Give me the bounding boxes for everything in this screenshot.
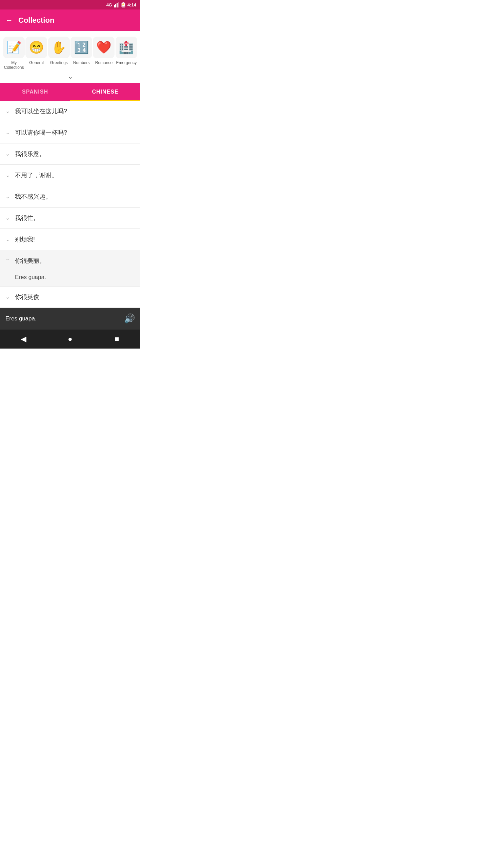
phrase-chevron: ⌄ (4, 294, 11, 300)
battery-icon: ⚡ (121, 2, 126, 7)
category-item-my-collections[interactable]: 📝 My Collections (3, 37, 25, 70)
phrase-row[interactable]: ⌄ 别烦我! (0, 229, 140, 250)
phrase-row[interactable]: ⌄ 不用了，谢谢。 (0, 165, 140, 186)
svg-rect-3 (118, 2, 119, 7)
playback-bar: Eres guapa. 🔊 (0, 308, 140, 330)
navigation-bar: ◀ ● ■ (0, 330, 140, 349)
phrase-text: 你很美丽。 (15, 257, 136, 265)
tab-spanish[interactable]: SPANISH (0, 83, 70, 101)
category-label-numbers: Numbers (73, 60, 90, 65)
phrase-chevron: ⌄ (4, 129, 11, 136)
phrase-chevron: ⌄ (4, 172, 11, 178)
category-item-greetings[interactable]: ✋ Greetings (48, 37, 70, 70)
category-icon-general: 😁 (25, 37, 47, 58)
signal-indicator: 4G (106, 2, 112, 7)
phrase-text: 你很英俊 (15, 293, 136, 301)
phrase-text: 可以请你喝一杯吗? (15, 129, 136, 137)
page-title: Collection (18, 16, 54, 25)
svg-rect-1 (115, 4, 116, 7)
app-header: ← Collection (0, 9, 140, 31)
category-item-romance[interactable]: ❤️ Romance (93, 37, 115, 70)
phrase-row[interactable]: ⌄ 你很美丽。 (0, 250, 140, 271)
phrase-row[interactable]: ⌄ 我很忙。 (0, 208, 140, 229)
svg-rect-2 (117, 3, 118, 7)
phrase-item: ⌄ 我不感兴趣。 (0, 186, 140, 208)
category-icon-greetings: ✋ (48, 37, 70, 58)
expand-categories-button[interactable]: ⌄ (68, 73, 73, 80)
phrase-row[interactable]: ⌄ 我不感兴趣。 (0, 186, 140, 207)
phrase-item: ⌄ 我很忙。 (0, 208, 140, 229)
category-label-emergency: Emergency (116, 60, 137, 65)
phrase-item: ⌄ 我可以坐在这儿吗? (0, 101, 140, 122)
status-icons: 4G ⚡ 4:14 (106, 2, 136, 7)
phrase-translation: Eres guapa. (0, 271, 140, 286)
language-tabs: SPANISH CHINESE (0, 83, 140, 101)
category-item-numbers[interactable]: 🔢 Numbers (70, 37, 93, 70)
svg-rect-5 (123, 2, 124, 3)
category-icon-numbers: 🔢 (70, 37, 92, 58)
svg-text:⚡: ⚡ (122, 3, 125, 6)
phrase-chevron: ⌄ (4, 257, 11, 264)
phrase-row[interactable]: ⌄ 我可以坐在这儿吗? (0, 101, 140, 122)
tab-label-chinese: CHINESE (92, 89, 118, 95)
phrase-row[interactable]: ⌄ 你很英俊 (0, 287, 140, 308)
time-display: 4:14 (127, 2, 136, 7)
category-item-general[interactable]: 😁 General (25, 37, 47, 70)
nav-back-button[interactable]: ◀ (16, 332, 31, 347)
nav-home-button[interactable]: ● (63, 332, 78, 347)
phrase-row[interactable]: ⌄ 我很乐意。 (0, 143, 140, 164)
tab-label-spanish: SPANISH (22, 89, 48, 95)
phrase-item: ⌄ 别烦我! (0, 229, 140, 250)
phrase-text: 我很忙。 (15, 214, 136, 222)
phrase-chevron: ⌄ (4, 193, 11, 200)
phrase-item: ⌄ 不用了，谢谢。 (0, 165, 140, 186)
playback-text: Eres guapa. (5, 315, 124, 322)
phrase-item: ⌄ 可以请你喝一杯吗? (0, 122, 140, 143)
category-label-my-collections: My Collections (3, 60, 25, 70)
phrase-chevron: ⌄ (4, 108, 11, 114)
category-list: 📝 My Collections 😁 General ✋ Greetings 🔢… (3, 37, 138, 70)
phrase-item: ⌄ 我很乐意。 (0, 143, 140, 165)
phrase-list: ⌄ 我可以坐在这儿吗? ⌄ 可以请你喝一杯吗? ⌄ 我很乐意。 ⌄ 不用了，谢谢… (0, 101, 140, 308)
phrase-item: ⌄ 你很英俊 (0, 287, 140, 308)
category-icon-romance: ❤️ (93, 37, 115, 58)
nav-recents-button[interactable]: ■ (109, 332, 124, 347)
tab-indicator (70, 100, 140, 101)
category-section: 📝 My Collections 😁 General ✋ Greetings 🔢… (0, 31, 140, 83)
phrase-item: ⌄ 你很美丽。 Eres guapa. (0, 250, 140, 287)
phrase-chevron: ⌄ (4, 236, 11, 242)
status-bar: 4G ⚡ 4:14 (0, 0, 140, 9)
phrase-chevron: ⌄ (4, 151, 11, 157)
signal-icon (114, 2, 119, 7)
phrase-text: 别烦我! (15, 235, 136, 243)
phrase-row[interactable]: ⌄ 可以请你喝一杯吗? (0, 122, 140, 143)
phrase-text: 不用了，谢谢。 (15, 171, 136, 179)
phrase-text: 我不感兴趣。 (15, 193, 136, 201)
phrase-text: 我很乐意。 (15, 150, 136, 158)
category-icon-my-collections: 📝 (3, 37, 25, 58)
category-label-romance: Romance (95, 60, 113, 65)
speaker-button[interactable]: 🔊 (124, 313, 135, 324)
back-button[interactable]: ← (5, 16, 13, 25)
category-item-emergency[interactable]: 🏥 Emergency (115, 37, 138, 70)
category-label-general: General (29, 60, 44, 65)
category-label-greetings: Greetings (50, 60, 68, 65)
svg-rect-0 (114, 5, 115, 7)
category-icon-emergency: 🏥 (116, 37, 137, 58)
phrase-text: 我可以坐在这儿吗? (15, 107, 136, 115)
phrase-chevron: ⌄ (4, 215, 11, 221)
tab-chinese[interactable]: CHINESE (70, 83, 140, 101)
